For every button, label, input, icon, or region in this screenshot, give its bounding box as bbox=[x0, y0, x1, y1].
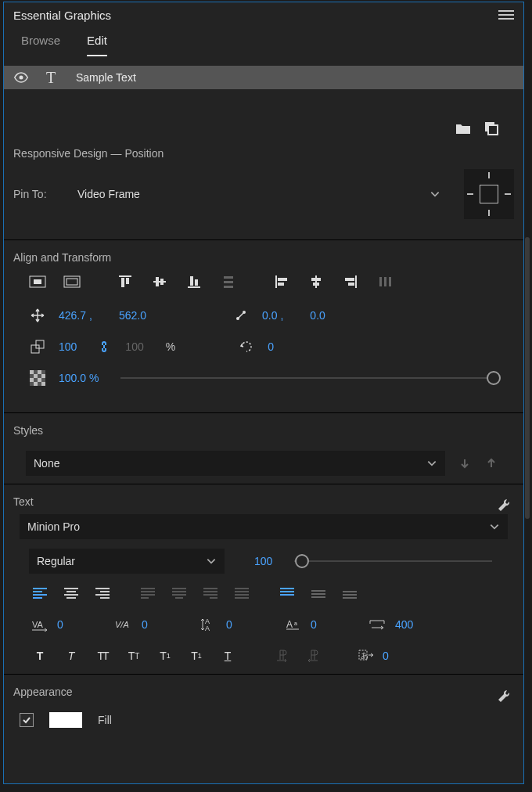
distribute-v-icon[interactable] bbox=[218, 273, 239, 290]
svg-rect-29 bbox=[389, 277, 391, 286]
fill-label: Fill bbox=[98, 714, 112, 726]
font-size-slider[interactable] bbox=[294, 560, 492, 562]
tab-browse[interactable]: Browse bbox=[21, 34, 60, 56]
rotation-value[interactable]: 0 bbox=[268, 340, 274, 353]
pin-to-select[interactable]: Video Frame bbox=[70, 182, 448, 207]
layer-row[interactable]: T Sample Text bbox=[4, 66, 523, 89]
justify-last-left-icon[interactable] bbox=[137, 585, 159, 602]
superscript-icon[interactable]: T1 bbox=[154, 647, 176, 664]
scale-icon[interactable] bbox=[27, 338, 48, 355]
smallcaps-icon[interactable]: TT bbox=[123, 647, 145, 664]
baseline-value[interactable]: 0 bbox=[311, 618, 317, 631]
leading-icon[interactable]: AA bbox=[198, 616, 220, 633]
tsume2-icon[interactable]: あ bbox=[354, 647, 376, 664]
opacity-icon[interactable] bbox=[27, 369, 48, 387]
align-hcenter-icon[interactable] bbox=[306, 273, 326, 290]
layer-tools bbox=[4, 89, 523, 144]
justify-all-icon[interactable] bbox=[231, 585, 253, 602]
style-select[interactable]: None bbox=[26, 451, 445, 476]
opacity-value[interactable]: 100.0 % bbox=[59, 372, 99, 384]
position-icon[interactable] bbox=[27, 307, 48, 324]
svg-rect-16 bbox=[224, 281, 233, 283]
panel-titlebar: Essential Graphics bbox=[4, 2, 523, 27]
svg-text:VA: VA bbox=[32, 620, 44, 629]
align-vcenter-icon[interactable] bbox=[149, 273, 170, 290]
justify-last-right-icon[interactable] bbox=[200, 585, 221, 602]
pos-y[interactable]: 562.0 bbox=[119, 309, 146, 322]
pull-style-icon[interactable] bbox=[481, 455, 501, 472]
text-settings-icon[interactable] bbox=[497, 497, 514, 513]
pin-widget[interactable] bbox=[464, 169, 514, 219]
scrollbar[interactable] bbox=[525, 237, 530, 519]
tracking-icon[interactable]: VA bbox=[29, 616, 51, 633]
svg-rect-38 bbox=[41, 374, 45, 378]
svg-rect-23 bbox=[313, 283, 319, 286]
align-bottom-icon[interactable] bbox=[184, 273, 204, 290]
anchor-icon[interactable] bbox=[231, 307, 251, 324]
layer-name[interactable]: Sample Text bbox=[76, 71, 136, 84]
rotation-icon[interactable] bbox=[236, 338, 257, 355]
align-group1-a-icon[interactable] bbox=[27, 273, 48, 290]
svg-rect-17 bbox=[224, 286, 233, 288]
baseline-icon[interactable]: Aa bbox=[282, 616, 304, 633]
svg-rect-3 bbox=[34, 279, 41, 284]
align-center-text-icon[interactable] bbox=[60, 585, 82, 602]
visibility-icon[interactable] bbox=[13, 72, 34, 83]
font-size[interactable]: 100 bbox=[254, 555, 272, 567]
svg-text:V/A: V/A bbox=[115, 620, 129, 629]
fill-checkbox[interactable] bbox=[20, 713, 34, 727]
faux-bold-icon[interactable]: T bbox=[29, 647, 51, 664]
allcaps-icon[interactable]: TT bbox=[92, 647, 113, 664]
anchor-x[interactable]: 0.0 bbox=[262, 309, 277, 322]
vert-align-top-icon[interactable] bbox=[276, 585, 298, 602]
vert-align-bot-icon[interactable] bbox=[339, 585, 361, 602]
align-group1-b-icon[interactable] bbox=[62, 273, 82, 290]
svg-rect-6 bbox=[119, 275, 131, 277]
tracking-value[interactable]: 0 bbox=[57, 618, 63, 631]
scale-linked-value: 100 bbox=[125, 340, 143, 353]
svg-rect-35 bbox=[30, 370, 34, 374]
font-style-select[interactable]: Regular bbox=[29, 549, 225, 574]
faux-italic-icon[interactable]: T bbox=[60, 647, 82, 664]
section-text: Text Minion Pro Regular 100 bbox=[4, 484, 523, 674]
panel-menu-icon[interactable] bbox=[498, 7, 514, 23]
align-top-icon[interactable] bbox=[115, 273, 135, 290]
leading-value[interactable]: 0 bbox=[226, 618, 232, 631]
text-heading: Text bbox=[13, 495, 34, 508]
align-left-icon[interactable] bbox=[271, 273, 292, 290]
push-style-icon[interactable] bbox=[455, 455, 475, 472]
link-scale-icon[interactable] bbox=[94, 338, 114, 355]
align-left-text-icon[interactable] bbox=[29, 585, 51, 602]
section-align: Align and Transform 426.7 , 562.0 0.0 , … bbox=[4, 240, 523, 412]
align-right-text-icon[interactable] bbox=[92, 585, 113, 602]
rtl-icon[interactable] bbox=[303, 647, 325, 664]
pos-x[interactable]: 426.7 bbox=[59, 309, 86, 322]
align-right-icon[interactable] bbox=[340, 273, 361, 290]
kerning-value[interactable]: 0 bbox=[142, 618, 148, 631]
justify-last-center-icon[interactable] bbox=[168, 585, 190, 602]
fill-color-swatch[interactable] bbox=[49, 712, 82, 728]
anchor-y[interactable]: 0.0 bbox=[310, 309, 325, 322]
new-layer-icon[interactable] bbox=[483, 121, 500, 136]
tab-edit[interactable]: Edit bbox=[87, 34, 107, 56]
svg-rect-41 bbox=[34, 382, 38, 386]
tsume-value[interactable]: 400 bbox=[395, 618, 413, 631]
opacity-slider[interactable] bbox=[120, 377, 494, 379]
svg-rect-24 bbox=[355, 275, 357, 288]
scale-value[interactable]: 100 bbox=[59, 340, 77, 353]
appearance-settings-icon[interactable] bbox=[497, 688, 514, 704]
new-folder-icon[interactable] bbox=[455, 121, 472, 136]
kerning-icon[interactable]: V/A bbox=[113, 616, 135, 633]
svg-rect-12 bbox=[188, 286, 200, 288]
underline-icon[interactable]: T bbox=[217, 647, 239, 664]
panel-title: Essential Graphics bbox=[13, 9, 111, 22]
svg-rect-28 bbox=[384, 277, 386, 286]
distribute-h-icon[interactable] bbox=[375, 273, 395, 290]
svg-rect-13 bbox=[190, 276, 193, 286]
subscript-icon[interactable]: T1 bbox=[185, 647, 207, 664]
tsume-icon[interactable] bbox=[367, 616, 389, 633]
vert-align-mid-icon[interactable] bbox=[307, 585, 329, 602]
tsume2-value[interactable]: 0 bbox=[383, 650, 389, 662]
font-select[interactable]: Minion Pro bbox=[20, 514, 508, 539]
ltr-icon[interactable] bbox=[271, 647, 293, 664]
